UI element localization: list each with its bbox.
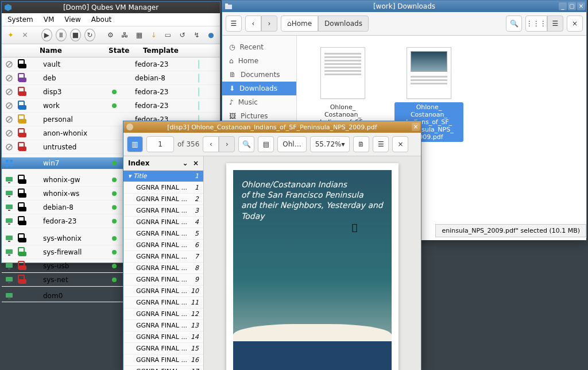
clock-icon: ◷ [229, 43, 235, 51]
index-title-row[interactable]: ▾ Title1 [123, 171, 203, 182]
vm-type-icon [5, 190, 18, 198]
menu-about[interactable]: About [91, 16, 111, 24]
toc-label: GGNRA FINAL ... [128, 299, 187, 306]
vm-type-icon [5, 74, 18, 82]
play-icon[interactable]: ▶ [41, 29, 52, 41]
toc-item[interactable]: GGNRA FINAL ...7 [123, 251, 203, 263]
doc-title-chip[interactable]: Ohl… [277, 136, 306, 152]
toc-item[interactable]: GGNRA FINAL ...12 [123, 309, 203, 320]
toc-item[interactable]: GGNRA FINAL ...2 [123, 194, 203, 205]
sidebar-toggle-icon[interactable]: ▥ [127, 136, 143, 152]
page-input[interactable] [146, 136, 174, 152]
menu-vm[interactable]: VM [44, 16, 55, 24]
view-mode-icon[interactable]: 🗎 [353, 136, 369, 152]
view-list-icon[interactable]: ☰ [547, 16, 563, 32]
breadcrumb-home[interactable]: ⌂ Home [281, 16, 318, 32]
kill-icon[interactable]: ↯ [191, 29, 202, 41]
vm-row[interactable]: debdebian-8 [2, 71, 220, 85]
vm-progress [198, 102, 221, 110]
svg-rect-12 [6, 177, 13, 182]
doc-icon: 🗎 [229, 71, 236, 79]
sidebar-item-label: Recent [239, 43, 263, 51]
sidebar-item-label: Downloads [239, 84, 277, 92]
pdf-close-button[interactable]: × [392, 136, 408, 152]
toc-item[interactable]: GGNRA FINAL ...6 [123, 240, 203, 251]
grid-menu-icon[interactable]: ☰ [226, 16, 242, 32]
toc-item[interactable]: GGNRA FINAL ...8 [123, 263, 203, 274]
breadcrumb-current[interactable]: Downloads [318, 16, 369, 32]
minimize-icon[interactable]: _ [559, 2, 567, 10]
toc-item[interactable]: GGNRA FINAL ...1 [123, 182, 203, 194]
devices-icon[interactable]: 🖧 [119, 29, 130, 41]
menu-icon[interactable]: ☰ [373, 136, 389, 152]
pdf-title: [disp3] Ohlone_Costanoan_Indians_of_SF_P… [167, 124, 377, 131]
vm-type-icon [5, 262, 18, 270]
update-icon[interactable]: ↓ [148, 29, 159, 41]
fm-titlebar[interactable]: [work] Downloads _▢× [222, 1, 586, 12]
forward-button[interactable]: › [261, 16, 277, 32]
menu-view[interactable]: View [64, 16, 80, 24]
delete-vm-icon[interactable]: ✕ [20, 29, 30, 41]
pdf-page-1: Ohlone/Costanoan Indians of the San Fran… [226, 163, 399, 370]
toc-page: 1 [195, 184, 199, 191]
globe-icon[interactable]: ● [206, 29, 216, 41]
toc-item[interactable]: GGNRA FINAL ...14 [123, 332, 203, 343]
pdf-page-area[interactable]: Ohlone/Costanoan Indians of the San Fran… [204, 156, 421, 370]
pdf-titlebar[interactable]: [disp3] Ohlone_Costanoan_Indians_of_SF_P… [123, 121, 421, 133]
vm-row[interactable]: vaultfedora-23 [2, 57, 220, 71]
toc-item[interactable]: GGNRA FINAL ...17 [123, 366, 203, 370]
toc-item[interactable]: GGNRA FINAL ...10 [123, 286, 203, 297]
svg-rect-20 [6, 236, 13, 240]
back-button[interactable]: ‹ [245, 16, 261, 32]
vm-type-icon [5, 102, 18, 110]
vm-type-icon [5, 248, 18, 256]
qubes-titlebar[interactable]: [Dom0] Qubes VM Manager [2, 2, 220, 13]
next-page-button[interactable]: › [219, 136, 235, 152]
toc-item[interactable]: GGNRA FINAL ...3 [123, 205, 203, 217]
pic-icon: 🖼 [229, 112, 236, 120]
col-template[interactable]: Template [143, 47, 206, 55]
zoom-select[interactable]: 55.72% ▾ [310, 136, 350, 152]
restart-icon[interactable]: ↻ [84, 29, 95, 41]
refresh-icon[interactable]: ↺ [177, 29, 188, 41]
menu-system[interactable]: System [7, 16, 33, 24]
toc-item[interactable]: GGNRA FINAL ...5 [123, 228, 203, 240]
terminal-icon[interactable]: ▭ [163, 29, 173, 41]
index-close-icon[interactable]: × [193, 159, 199, 167]
stop-icon[interactable]: ■ [70, 29, 81, 41]
settings-icon[interactable]: ⚙ [105, 29, 116, 41]
toc-page: 17 [191, 368, 199, 370]
toc-item[interactable]: GGNRA FINAL ...11 [123, 297, 203, 309]
toc-item[interactable]: GGNRA FINAL ...9 [123, 274, 203, 286]
toc-item[interactable]: GGNRA FINAL ...13 [123, 320, 203, 332]
vm-row[interactable]: workfedora-23 [2, 99, 220, 113]
outline-icon[interactable]: ▤ [258, 136, 274, 152]
view-grid-icon[interactable]: ⋮⋮⋮ [525, 16, 547, 32]
pause-icon[interactable]: ⏸ [56, 29, 67, 41]
apps-icon[interactable]: ▦ [134, 29, 145, 41]
lock-icon [18, 87, 30, 97]
vm-name: untrusted [43, 143, 112, 151]
search-icon[interactable]: 🔍 [506, 16, 522, 32]
sidebar-item[interactable]: ◷Recent [222, 40, 296, 54]
toc-item[interactable]: GGNRA FINAL ...4 [123, 217, 203, 228]
sidebar-item-label: Pictures [241, 112, 268, 120]
sidebar-item[interactable]: 🗎Documents [222, 68, 296, 82]
sidebar-item[interactable]: ♪Music [222, 95, 296, 109]
sidebar-item[interactable]: ⬇Downloads [222, 82, 296, 95]
toc-item[interactable]: GGNRA FINAL ...16 [123, 354, 203, 366]
close-icon[interactable]: × [577, 2, 585, 10]
close-icon[interactable]: × [412, 123, 420, 131]
close-button[interactable]: × [567, 16, 583, 32]
toc-item[interactable]: GGNRA FINAL ...15 [123, 343, 203, 354]
index-collapse-icon[interactable]: ⌄ [183, 159, 188, 167]
col-state[interactable]: State [109, 47, 143, 55]
prev-page-button[interactable]: ‹ [203, 136, 219, 152]
new-vm-icon[interactable]: ✦ [5, 29, 16, 41]
maximize-icon[interactable]: ▢ [568, 2, 576, 10]
col-name[interactable]: Name [40, 47, 109, 55]
sidebar-item[interactable]: ⌂Home [222, 54, 296, 68]
vm-row[interactable]: disp3fedora-23 [2, 85, 220, 99]
find-icon[interactable]: 🔍 [238, 136, 254, 152]
toc-page: 10 [191, 287, 199, 295]
